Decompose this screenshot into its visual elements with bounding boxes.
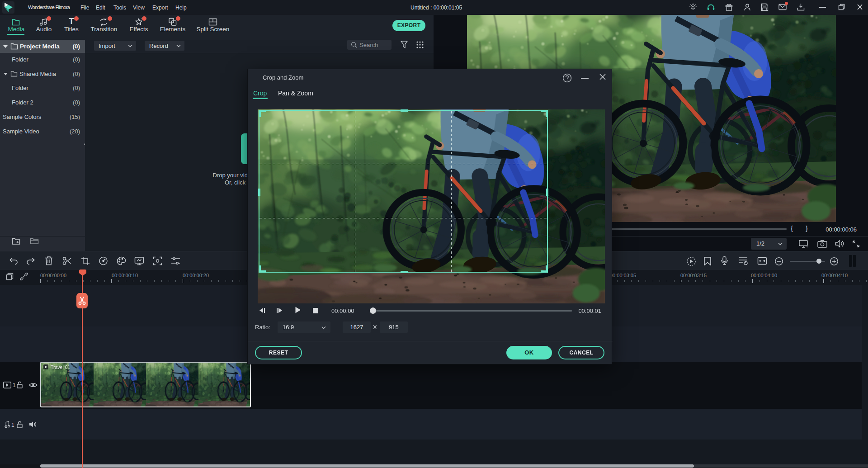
svg-text:1: 1 — [11, 422, 14, 428]
svg-text:1: 1 — [13, 382, 16, 388]
